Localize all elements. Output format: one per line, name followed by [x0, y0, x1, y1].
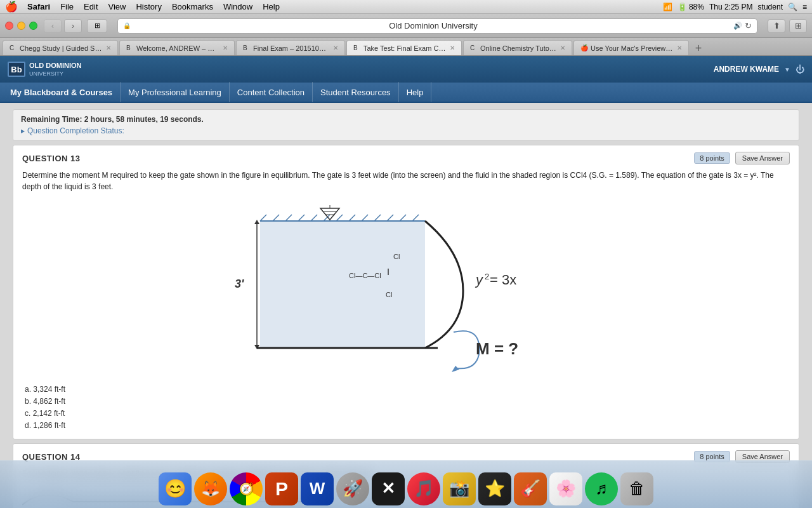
- maximize-button[interactable]: [29, 22, 37, 30]
- svg-line-4: [285, 215, 292, 221]
- tab-chem[interactable]: C Online Chemistry Tutors | Ch... ✕: [463, 40, 572, 55]
- nav-professional-learning[interactable]: My Professional Learning: [121, 82, 230, 102]
- tab-take-test[interactable]: B Take Test: Final Exam C'15 –... ✕: [346, 40, 462, 55]
- svg-text:y: y: [475, 272, 484, 288]
- back-button[interactable]: ‹: [44, 19, 62, 33]
- tab-close-chegg[interactable]: ✕: [106, 44, 111, 51]
- tab-blackboard[interactable]: B Welcome, ANDREW – Blackb... ✕: [119, 40, 235, 55]
- remaining-time: Remaining Time: 2 hours, 58 minutes, 19 …: [21, 115, 791, 124]
- tab-close-chem[interactable]: ✕: [560, 44, 565, 51]
- bb-user-dropdown[interactable]: ▼: [784, 66, 790, 73]
- answer-13-d[interactable]: d. 1,286 ft-ft: [22, 420, 790, 431]
- svg-line-9: [349, 215, 355, 221]
- tab-close-preview[interactable]: ✕: [677, 44, 682, 51]
- tab-favicon-preview: 🍎: [580, 44, 588, 52]
- new-tab-button[interactable]: ⊞: [789, 19, 807, 33]
- menubar-status: 📶 🔋 88% Thu 2:25 PM student 🔍 ≡: [663, 3, 807, 11]
- nav-my-blackboard[interactable]: My Blackboard & Courses: [10, 82, 121, 102]
- svg-marker-20: [254, 220, 259, 224]
- menu-view[interactable]: View: [104, 0, 131, 14]
- apple-menu[interactable]: 🍎: [5, 1, 18, 13]
- audio-icon[interactable]: 🔊: [733, 22, 742, 30]
- dock-garageband[interactable]: 🎸: [514, 472, 547, 505]
- menu-window[interactable]: Window: [219, 0, 257, 14]
- svg-marker-15: [320, 208, 339, 220]
- menu-edit[interactable]: Edit: [79, 0, 102, 14]
- svg-text:Cl: Cl: [393, 253, 400, 260]
- nav-help[interactable]: Help: [399, 82, 432, 102]
- dock-photos[interactable]: 🌸: [549, 472, 582, 505]
- add-tab-button[interactable]: +: [691, 41, 705, 55]
- dock-trash[interactable]: 🗑: [620, 472, 653, 505]
- dock-firefox[interactable]: 🦊: [194, 472, 227, 505]
- window-controls[interactable]: [5, 22, 37, 30]
- dock-photobooth[interactable]: 📸: [443, 472, 476, 505]
- address-text: Old Dominion University: [133, 21, 733, 30]
- forward-button[interactable]: ›: [64, 19, 82, 33]
- menu-list-icon[interactable]: ≡: [802, 3, 807, 11]
- nav-content-collection[interactable]: Content Collection: [230, 82, 313, 102]
- bb-navigation: My Blackboard & Courses My Professional …: [0, 83, 812, 103]
- clock: Thu 2:25 PM: [709, 3, 753, 11]
- titlebar: ‹ › ⊞ 🔒 Old Dominion University 🔊 ↻ ⬆ ⊞: [0, 14, 812, 38]
- svg-line-11: [374, 215, 381, 221]
- menu-history[interactable]: History: [131, 0, 166, 14]
- tab-final-exam[interactable]: B Final Exam – 201510_FALL_... ✕: [236, 40, 345, 55]
- svg-marker-32: [452, 366, 459, 372]
- dock-finder[interactable]: 😊: [159, 472, 192, 505]
- question-13-header: QUESTION 13 8 points Save Answer: [22, 152, 790, 164]
- exam-info-bar: Remaining Time: 2 hours, 58 minutes, 19 …: [13, 109, 799, 141]
- dock-itunes[interactable]: 🎵: [407, 472, 440, 505]
- svg-line-14: [412, 215, 419, 221]
- menu-file[interactable]: File: [56, 0, 78, 14]
- tabs-bar: C Chegg Study | Guided Soluti... ✕ B Wel…: [0, 38, 812, 56]
- menu-bookmarks[interactable]: Bookmarks: [167, 0, 218, 14]
- dock-word[interactable]: W: [301, 472, 334, 505]
- dock-imovie[interactable]: ⭐: [478, 472, 511, 505]
- dock-powerpoint[interactable]: P: [265, 472, 298, 505]
- svg-text:M = ?: M = ?: [476, 339, 518, 358]
- bb-username: ANDREW KWAME: [714, 65, 779, 74]
- tab-favicon-exam: B: [243, 44, 251, 52]
- answer-13-a[interactable]: a. 3,324 ft-ft: [22, 384, 790, 394]
- tab-close-test[interactable]: ✕: [450, 44, 455, 51]
- tab-preview[interactable]: 🍎 Use Your Mac's Preview Ap... ✕: [573, 40, 689, 55]
- nav-student-resources[interactable]: Student Resources: [313, 82, 399, 102]
- tab-close-bb[interactable]: ✕: [223, 44, 228, 51]
- tab-close-exam[interactable]: ✕: [333, 44, 338, 51]
- svg-line-12: [387, 215, 393, 221]
- tab-chegg[interactable]: C Chegg Study | Guided Soluti... ✕: [3, 40, 118, 55]
- answer-13-c[interactable]: c. 2,142 ft-ft: [22, 408, 790, 418]
- question-13-answers: a. 3,324 ft-ft b. 4,862 ft-ft c. 2,142 f…: [22, 384, 790, 431]
- bb-logout-icon[interactable]: ⏻: [796, 64, 804, 74]
- titlebar-actions: ⬆ ⊞: [768, 19, 807, 33]
- question-completion-status[interactable]: Question Completion Status:: [21, 126, 791, 135]
- tab-favicon-chem: C: [470, 44, 478, 52]
- share-button[interactable]: ⬆: [768, 19, 785, 33]
- dock: 😊 🦊 🧭 P W 🚀 ✕ 🎵 📸 ⭐ 🎸: [0, 460, 812, 508]
- svg-line-2: [260, 215, 266, 221]
- question-13-save[interactable]: Save Answer: [735, 152, 790, 164]
- close-button[interactable]: [5, 22, 13, 30]
- search-icon[interactable]: 🔍: [788, 3, 797, 11]
- answer-13-b[interactable]: b. 4,862 ft-ft: [22, 396, 790, 406]
- dock-safari[interactable]: 🧭: [230, 472, 263, 505]
- dock-rocket[interactable]: 🚀: [336, 472, 369, 505]
- bb-org-name: OLD DOMINION UNIVERSITY: [29, 62, 82, 76]
- username: student: [758, 3, 783, 11]
- wifi-indicator: 📶: [663, 3, 672, 11]
- browser-content: Bb OLD DOMINION UNIVERSITY ANDREW KWAME …: [0, 56, 812, 508]
- svg-marker-0: [260, 221, 425, 348]
- svg-text:Cl—C—Cl: Cl—C—Cl: [349, 272, 381, 279]
- menu-help[interactable]: Help: [258, 0, 284, 14]
- address-bar[interactable]: 🔒 Old Dominion University 🔊 ↻: [117, 18, 757, 34]
- dock-x[interactable]: ✕: [372, 472, 405, 505]
- reload-button[interactable]: ↻: [745, 21, 752, 30]
- question-13-title: QUESTION 13: [22, 154, 80, 163]
- menu-safari[interactable]: Safari: [23, 0, 55, 14]
- svg-line-10: [362, 215, 368, 221]
- app-window: 🍎 Safari File Edit View History Bookmark…: [0, 0, 812, 508]
- minimize-button[interactable]: [17, 22, 25, 30]
- tab-overview-button[interactable]: ⊞: [87, 19, 107, 33]
- dock-spotify[interactable]: ♬: [585, 472, 618, 505]
